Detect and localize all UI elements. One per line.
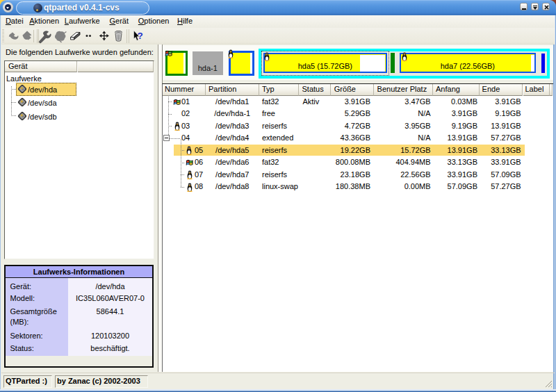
svg-text:?: ?: [138, 31, 143, 41]
